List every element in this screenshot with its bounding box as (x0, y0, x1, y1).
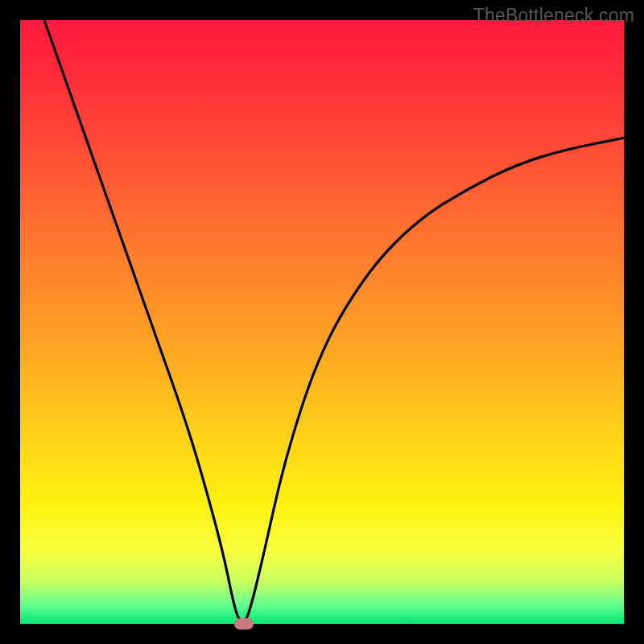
optimal-marker (234, 618, 254, 630)
bottleneck-curve (20, 20, 624, 624)
watermark-text: TheBottleneck.com (473, 5, 634, 27)
chart-frame: TheBottleneck.com (0, 0, 644, 644)
plot-area (20, 20, 624, 624)
